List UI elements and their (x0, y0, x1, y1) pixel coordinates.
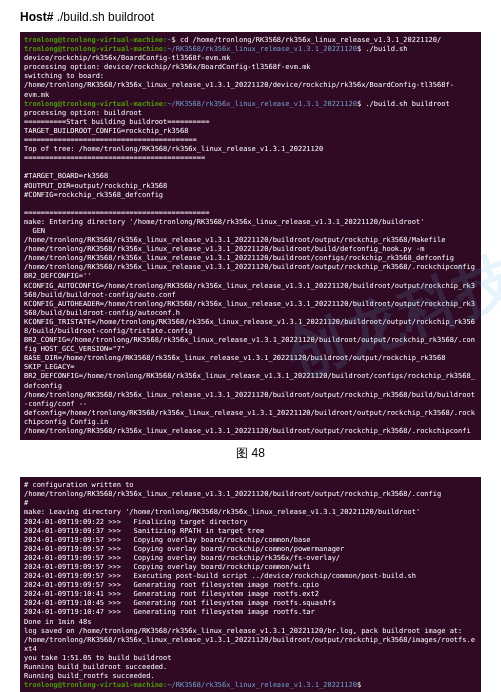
figure-caption-48: 图 48 (20, 445, 481, 462)
command-line: Host# ./build.sh buildroot (20, 10, 481, 24)
terminal-output-2: # configuration written to /home/tronlon… (20, 477, 481, 692)
host-label: Host# (20, 10, 53, 24)
command-text: ./build.sh buildroot (57, 10, 154, 24)
terminal-output-1: tronlong@tronlong-virtual-machine:~$ cd … (20, 32, 481, 440)
